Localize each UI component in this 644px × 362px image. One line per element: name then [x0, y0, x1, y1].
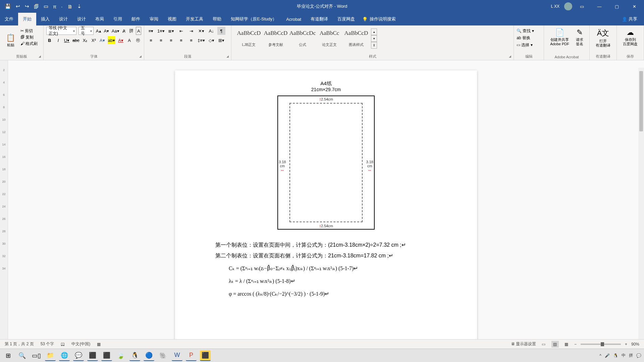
- find-button[interactable]: 🔍 查找 ▾: [517, 28, 541, 34]
- page-indicator[interactable]: 第 1 页，共 2 页: [5, 341, 34, 347]
- tab-review[interactable]: 审阅: [145, 13, 163, 25]
- font-name-combo[interactable]: 等线 (中文正文): [46, 27, 76, 35]
- vertical-ruler[interactable]: 246810121416182022242628303234: [0, 60, 8, 351]
- web-layout-icon[interactable]: ▦: [563, 341, 570, 348]
- page[interactable]: A4纸 21cm×29.7cm ↕2.54cm ↕2.54cm 3.18 cm↔…: [175, 70, 477, 351]
- search-icon[interactable]: 🔍: [17, 350, 28, 361]
- style-item[interactable]: AaBbCc论文正文: [316, 28, 343, 49]
- ime-indicator[interactable]: 中: [622, 353, 626, 358]
- subscript-button[interactable]: X₂: [82, 36, 89, 44]
- tab-layout[interactable]: 布局: [91, 13, 109, 25]
- display-settings[interactable]: 🖥 显示器设置: [511, 341, 536, 347]
- gallery-down-icon[interactable]: ▾: [371, 35, 377, 42]
- select-button[interactable]: ▭ 选择 ▾: [517, 42, 541, 48]
- tab-design[interactable]: 设计: [54, 13, 72, 25]
- task-view-icon[interactable]: ▭▯: [31, 350, 42, 361]
- shading-icon[interactable]: ◇▾: [207, 36, 215, 44]
- replace-button[interactable]: ab 替换: [517, 35, 541, 41]
- phonetic-icon[interactable]: 拼: [129, 27, 134, 35]
- justify-icon[interactable]: ≡: [177, 36, 185, 44]
- user-avatar[interactable]: [564, 2, 572, 10]
- tab-youdao[interactable]: 有道翻译: [306, 13, 333, 25]
- read-mode-icon[interactable]: ▭: [540, 341, 547, 348]
- app-icon[interactable]: 🍃: [115, 350, 126, 361]
- show-marks-icon[interactable]: ¶: [217, 27, 225, 35]
- qat-icon[interactable]: ▭: [44, 3, 48, 9]
- dialog-launcher-icon[interactable]: ◢: [139, 55, 143, 59]
- qat-icon[interactable]: ·: [61, 4, 62, 9]
- tell-me[interactable]: 💡 操作说明搜索: [362, 16, 396, 22]
- char-shading-icon[interactable]: A: [126, 36, 133, 44]
- microphone-icon[interactable]: 🎤: [605, 353, 610, 358]
- edge-icon[interactable]: 🌐: [59, 350, 70, 361]
- style-item[interactable]: AaBbCcD参考文献: [262, 28, 289, 49]
- align-center-icon[interactable]: ≡: [157, 36, 165, 44]
- baidu-save-button[interactable]: ☁保存到 百度网盘: [620, 27, 641, 48]
- pycharm-icon[interactable]: ⬛: [101, 350, 112, 361]
- zoom-out-button[interactable]: −: [574, 342, 577, 347]
- create-pdf-button[interactable]: 📄创建并共享 Adobe PDF: [547, 27, 573, 48]
- youdao-button[interactable]: Ä文打开 有道翻译: [592, 27, 614, 49]
- word-count[interactable]: 53 个字: [41, 341, 54, 347]
- gallery-more-icon[interactable]: ⊻: [371, 42, 377, 49]
- text-effects-icon[interactable]: A▾: [99, 36, 106, 44]
- borders-icon[interactable]: ⊞▾: [217, 36, 225, 44]
- ribbon-display-icon[interactable]: ▭: [574, 1, 590, 11]
- qat-more-icon[interactable]: ⇣: [77, 3, 82, 9]
- chrome-icon[interactable]: 🔵: [144, 350, 154, 361]
- clear-format-icon[interactable]: A̷: [121, 27, 127, 35]
- zoom-level[interactable]: 90%: [631, 342, 639, 347]
- qq-icon[interactable]: 🐧: [129, 350, 140, 361]
- equation-icon[interactable]: π: [53, 4, 56, 9]
- tab-references[interactable]: 引用: [109, 13, 127, 25]
- maximize-button[interactable]: ▢: [609, 1, 625, 11]
- format-painter-button[interactable]: 🖌 格式刷: [20, 41, 38, 47]
- italic-button[interactable]: I: [55, 36, 62, 44]
- tab-acrobat[interactable]: Acrobat: [281, 13, 306, 25]
- request-sign-button[interactable]: ✎请求 签名: [573, 27, 587, 48]
- style-item[interactable]: AaBbCcDLJB正文: [235, 28, 262, 49]
- distribute-icon[interactable]: ≡: [187, 36, 195, 44]
- wechat-icon[interactable]: 💬: [73, 350, 84, 361]
- equation[interactable]: λₖ = λ / (Σⁿᵢ₌₁ wᵢx²ᵢₖ) (5-1-8)↵: [229, 276, 437, 287]
- tab-help[interactable]: 帮助: [208, 13, 226, 25]
- macro-icon[interactable]: ▦: [97, 342, 101, 347]
- tab-design2[interactable]: 设计: [72, 13, 91, 25]
- bold-button[interactable]: B: [46, 36, 53, 44]
- dialog-launcher-icon[interactable]: ◢: [39, 55, 43, 59]
- proofing-icon[interactable]: 🕮: [61, 342, 65, 347]
- explorer-icon[interactable]: 📁: [45, 350, 56, 361]
- dialog-launcher-icon[interactable]: ◢: [509, 55, 513, 59]
- undo-icon[interactable]: ↩: [16, 3, 20, 9]
- decrease-font-icon[interactable]: A▾: [104, 27, 110, 35]
- tab-developer[interactable]: 开发工具: [181, 13, 208, 25]
- superscript-button[interactable]: X²: [90, 36, 97, 44]
- multilevel-icon[interactable]: ≣▾: [167, 27, 175, 35]
- strikethrough-button[interactable]: abc: [72, 36, 80, 44]
- tab-mailings[interactable]: 邮件: [127, 13, 145, 25]
- paragraph[interactable]: 第二个制表位：设置在页面右侧，计算公式为：21cm-3.18cm=17.82 c…: [215, 250, 437, 261]
- equation[interactable]: φ = arccos ( (λₖ/8)·(Cₖ/−2)^(−3/2) ) · (…: [229, 289, 437, 299]
- change-case-icon[interactable]: Aa▾: [111, 27, 119, 35]
- copy-button[interactable]: 🗐 复制: [20, 35, 38, 40]
- start-button[interactable]: ⊞: [3, 350, 13, 361]
- increase-font-icon[interactable]: A▴: [96, 27, 102, 35]
- tab-insert[interactable]: 插入: [36, 13, 54, 25]
- zoom-slider-thumb[interactable]: [601, 342, 604, 346]
- line-spacing-icon[interactable]: ‡≡▾: [197, 36, 205, 44]
- style-item[interactable]: AaBbCcDc公式: [289, 28, 316, 49]
- font-color-icon[interactable]: A▾: [117, 36, 124, 44]
- align-left-icon[interactable]: ≡: [147, 36, 155, 44]
- numbering-icon[interactable]: 1≡▾: [157, 27, 165, 35]
- dialog-launcher-icon[interactable]: ◢: [226, 55, 230, 59]
- minimize-button[interactable]: —: [592, 1, 607, 11]
- zoom-in-button[interactable]: +: [625, 342, 627, 347]
- bullets-icon[interactable]: ≡▾: [147, 27, 155, 35]
- body-text[interactable]: 第一个制表位：设置在页面中间，计算公式为：(21cm-3.18cm×2)÷2=7…: [215, 240, 437, 299]
- word-icon[interactable]: W: [172, 350, 182, 361]
- enclose-char-icon[interactable]: ㊕: [135, 36, 141, 44]
- tray-icon[interactable]: 🐧: [613, 353, 618, 358]
- tray-chevron-icon[interactable]: ^: [599, 353, 601, 358]
- increase-indent-icon[interactable]: ⇥: [187, 27, 195, 35]
- touch-mode-icon[interactable]: 🗐: [34, 4, 39, 9]
